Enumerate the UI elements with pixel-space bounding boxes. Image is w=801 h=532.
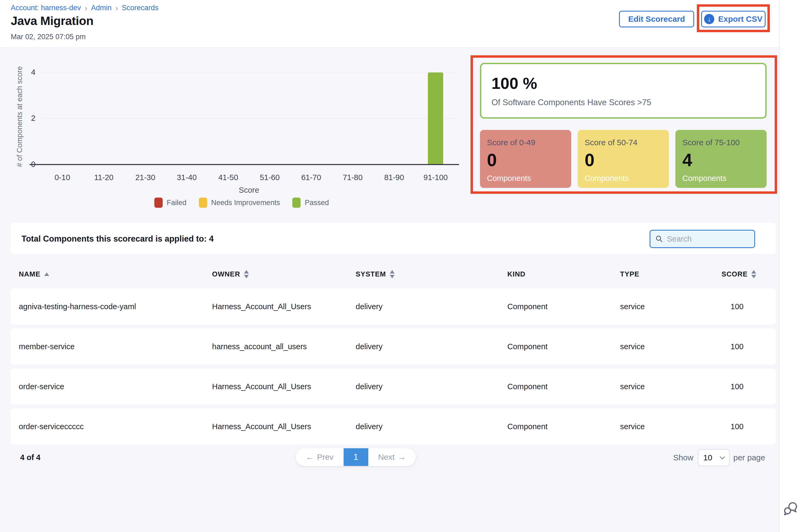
column-header-label: SCORE bbox=[722, 270, 748, 278]
score-card-75-100: Score of 75-100 4 Components bbox=[675, 130, 767, 188]
cell-name: member-service bbox=[19, 342, 212, 351]
cell-kind: Component bbox=[507, 302, 620, 311]
legend-label: Failed bbox=[167, 198, 187, 207]
score-card-50-74: Score of 50-74 0 Components bbox=[578, 130, 669, 188]
page-title: Java Migration bbox=[11, 14, 93, 28]
cell-owner: harness_account_all_users bbox=[212, 342, 356, 351]
x-tick-label: 51-60 bbox=[249, 173, 291, 182]
breadcrumb-separator-icon: › bbox=[115, 4, 118, 12]
right-side-strip bbox=[779, 0, 801, 532]
search-box[interactable] bbox=[650, 230, 755, 248]
sort-icon bbox=[751, 270, 756, 278]
prev-page-button[interactable]: ← Prev bbox=[296, 448, 344, 466]
cell-kind: Component bbox=[507, 382, 620, 391]
score-card-title: Score of 75-100 bbox=[682, 138, 760, 147]
chart-y-axis-label: # of Components at each score bbox=[16, 70, 24, 167]
page-size-select[interactable]: 10 bbox=[698, 449, 730, 466]
score-card-value: 4 bbox=[682, 150, 760, 170]
cell-system: delivery bbox=[356, 302, 507, 311]
annotation-box-export bbox=[697, 4, 770, 32]
result-count: 4 of 4 bbox=[20, 453, 40, 462]
chart-bar-slot bbox=[415, 73, 457, 164]
next-page-button[interactable]: Next → bbox=[368, 448, 416, 466]
column-header-system[interactable]: SYSTEM bbox=[356, 270, 507, 278]
legend-item[interactable]: Failed bbox=[154, 197, 187, 208]
cell-score: 100 bbox=[714, 422, 776, 431]
y-tick: 4 bbox=[25, 68, 35, 77]
chart-x-axis-line bbox=[30, 164, 459, 165]
percent-value: 100 % bbox=[492, 74, 537, 93]
score-card-title: Score of 0-49 bbox=[487, 138, 564, 147]
edit-scorecard-button[interactable]: Edit Scorecard bbox=[619, 11, 694, 27]
table-row[interactable]: member-service harness_account_all_users… bbox=[11, 328, 776, 364]
cell-score: 100 bbox=[714, 382, 776, 391]
chart-bar-slot bbox=[125, 73, 166, 164]
column-header-label: TYPE bbox=[620, 270, 640, 278]
breadcrumb-account-link[interactable]: Account: harness-dev bbox=[11, 4, 81, 12]
chart-bar-slot bbox=[166, 73, 208, 164]
column-header-score[interactable]: SCORE bbox=[714, 270, 776, 278]
chart-bar-slot bbox=[332, 73, 374, 164]
chart-bar-slot bbox=[42, 73, 83, 164]
table-row[interactable]: agniva-testing-harness-code-yaml Harness… bbox=[11, 288, 776, 324]
cell-type: service bbox=[620, 422, 714, 431]
legend-color-chip bbox=[292, 197, 301, 208]
chart-bar-slot bbox=[249, 73, 291, 164]
cell-owner: Harness_Account_All_Users bbox=[212, 302, 356, 311]
score-card-unit: Components bbox=[585, 174, 662, 183]
column-header-owner[interactable]: OWNER bbox=[212, 270, 356, 278]
x-tick-label: 91-100 bbox=[415, 173, 457, 182]
score-card-unit: Components bbox=[682, 174, 760, 183]
x-tick-label: 61-70 bbox=[290, 173, 332, 182]
legend-item[interactable]: Needs Improvements bbox=[199, 197, 280, 208]
chart-bar bbox=[428, 73, 443, 164]
table-row[interactable]: order-service Harness_Account_All_Users … bbox=[11, 368, 776, 404]
cell-system: delivery bbox=[356, 382, 507, 391]
chevron-down-icon bbox=[720, 454, 725, 459]
page-number-button[interactable]: 1 bbox=[344, 448, 368, 466]
arrow-right-icon: → bbox=[398, 453, 406, 462]
search-icon bbox=[655, 234, 663, 244]
score-card-0-49: Score of 0-49 0 Components bbox=[480, 130, 571, 188]
legend-color-chip bbox=[199, 197, 207, 208]
x-tick-label: 11-20 bbox=[83, 173, 125, 182]
percent-caption: Of Software Components Have Scores >75 bbox=[492, 98, 651, 107]
cell-system: delivery bbox=[356, 342, 507, 351]
chart-bar-slot bbox=[374, 73, 415, 164]
x-tick-label: 81-90 bbox=[374, 173, 415, 182]
score-card-value: 0 bbox=[585, 150, 662, 170]
legend-color-chip bbox=[154, 197, 163, 208]
legend-label: Passed bbox=[305, 198, 329, 207]
breadcrumb-admin-link[interactable]: Admin bbox=[91, 4, 112, 12]
x-tick-label: 0-10 bbox=[42, 173, 83, 182]
cell-score: 100 bbox=[714, 342, 776, 351]
sort-icon bbox=[390, 270, 395, 278]
prev-label: Prev bbox=[317, 453, 333, 462]
page-timestamp: Mar 02, 2025 07:05 pm bbox=[11, 33, 85, 41]
column-header-name[interactable]: NAME bbox=[19, 270, 212, 278]
page-size-value: 10 bbox=[703, 453, 712, 462]
x-tick-label: 21-30 bbox=[125, 173, 166, 182]
cell-name: order-service bbox=[19, 382, 212, 391]
per-page-label: per page bbox=[733, 453, 765, 462]
total-components-label: Total Components this scorecard is appli… bbox=[21, 234, 214, 244]
column-header-label: NAME bbox=[19, 270, 40, 278]
cell-type: service bbox=[620, 302, 714, 311]
search-input[interactable] bbox=[667, 234, 749, 244]
edit-scorecard-label: Edit Scorecard bbox=[628, 15, 685, 24]
column-header-kind: KIND bbox=[507, 270, 620, 278]
score-card-value: 0 bbox=[487, 150, 564, 170]
legend-label: Needs Improvements bbox=[211, 198, 280, 207]
chart-x-tick-labels: 0-1011-2021-3031-4041-5051-6061-7071-808… bbox=[42, 173, 456, 182]
chart-bar-slot bbox=[290, 73, 332, 164]
chart-bar-slot bbox=[208, 73, 249, 164]
table-row[interactable]: order-serviceccccc Harness_Account_All_U… bbox=[11, 408, 776, 444]
legend-item[interactable]: Passed bbox=[292, 197, 329, 208]
breadcrumb-scorecards-link[interactable]: Scorecards bbox=[122, 4, 159, 12]
chat-support-icon[interactable] bbox=[783, 501, 798, 516]
chart-plot bbox=[42, 73, 456, 164]
cell-owner: Harness_Account_All_Users bbox=[212, 382, 356, 391]
sort-asc-icon bbox=[44, 272, 49, 276]
cell-owner: Harness_Account_All_Users bbox=[212, 422, 356, 431]
score-card-title: Score of 50-74 bbox=[585, 138, 662, 147]
